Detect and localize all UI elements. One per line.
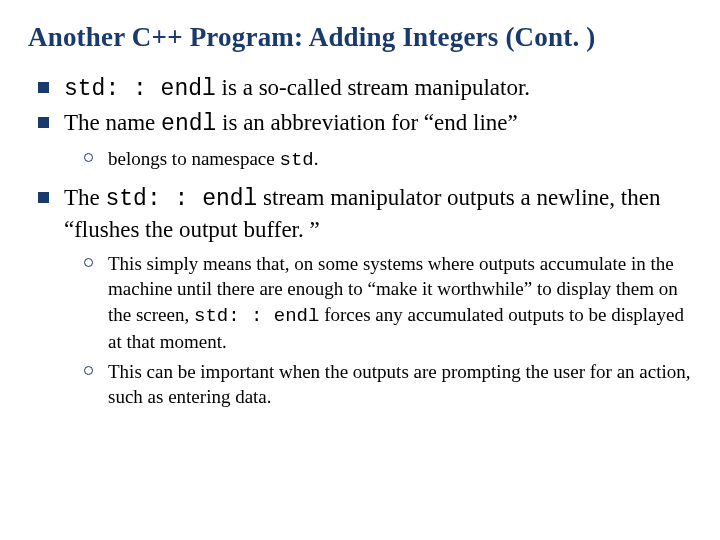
code-run: std: : endl bbox=[64, 76, 216, 102]
text-run: is an abbreviation for “end line” bbox=[216, 110, 517, 135]
code-run: endl bbox=[161, 111, 216, 137]
list-item: This simply means that, on some systems … bbox=[80, 251, 692, 355]
list-item: This can be important when the outputs a… bbox=[80, 359, 692, 410]
text-run: belongs to namespace bbox=[108, 148, 279, 169]
sub-bullet-list: belongs to namespace std. bbox=[64, 146, 692, 173]
list-item: belongs to namespace std. bbox=[80, 146, 692, 173]
text-run: This can be important when the outputs a… bbox=[108, 361, 691, 407]
sub-bullet-list: This simply means that, on some systems … bbox=[64, 251, 692, 410]
text-run: The name bbox=[64, 110, 161, 135]
bullet-list: std: : endl is a so-called stream manipu… bbox=[28, 73, 692, 410]
slide: Another C++ Program: Adding Integers (Co… bbox=[0, 0, 720, 540]
list-item: The std: : endl stream manipulator outpu… bbox=[34, 183, 692, 409]
slide-title: Another C++ Program: Adding Integers (Co… bbox=[28, 20, 692, 55]
code-run: std bbox=[279, 149, 313, 171]
text-run: The bbox=[64, 185, 106, 210]
list-item: std: : endl is a so-called stream manipu… bbox=[34, 73, 692, 104]
text-run: is a so-called stream manipulator. bbox=[216, 75, 530, 100]
code-run: std: : endl bbox=[106, 186, 258, 212]
text-run: . bbox=[314, 148, 319, 169]
code-run: std: : endl bbox=[194, 305, 319, 327]
list-item: The name endl is an abbreviation for “en… bbox=[34, 108, 692, 173]
